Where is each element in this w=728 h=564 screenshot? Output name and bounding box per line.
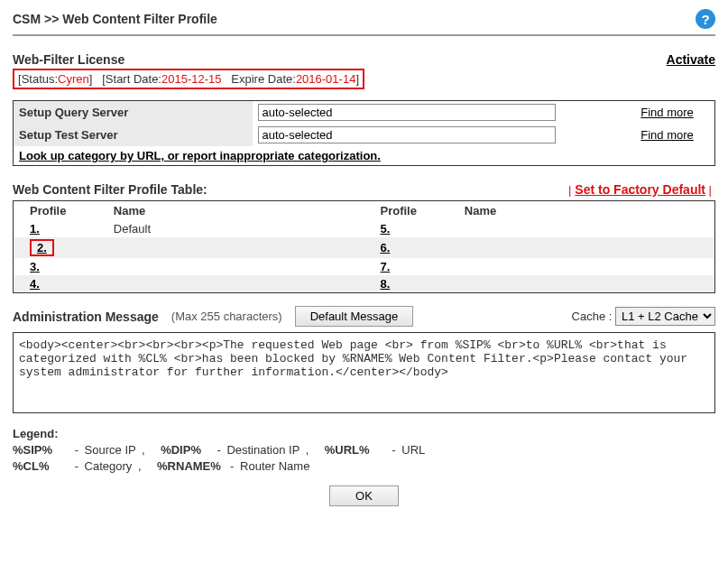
status-value: Cyren [58,72,89,86]
test-server-input[interactable] [258,126,556,143]
server-setup-table: Setup Query Server Find more Setup Test … [13,100,715,166]
activate-link[interactable]: Activate [667,52,715,67]
profile-link-3[interactable]: 3. [30,260,40,273]
legend-key-cl: %CL% [13,459,69,473]
status-label: Status: [22,72,58,86]
legend-key-url: %URL% [325,443,370,457]
profile-name-2 [97,237,364,258]
col-name-r: Name [448,201,715,221]
col-name-l: Name [97,201,364,221]
cache-select[interactable]: L1 + L2 Cache [615,307,715,326]
legend-desc-sip: Source IP [85,443,136,457]
profile-link-7[interactable]: 7. [380,260,390,273]
lookup-link[interactable]: Look up category by URL, or report inapp… [19,149,381,162]
profile-link-1[interactable]: 1. [30,222,40,236]
admin-title: Administration Message [13,310,159,324]
help-icon[interactable]: ? [696,9,715,29]
breadcrumb: CSM >> Web Content Filter Profile [13,12,217,26]
expire-label: Expire Date: [231,72,296,86]
profile-name-8 [448,275,715,293]
query-server-label: Setup Query Server [14,101,253,125]
profile-name-7 [448,258,715,275]
profile-name-6 [448,237,715,258]
profile-link-2[interactable]: 2. [37,241,47,254]
legend-desc-dip: Destination IP [226,443,299,457]
start-label: Start Date: [106,72,161,86]
query-server-input[interactable] [258,104,556,121]
default-message-button[interactable]: Default Message [295,306,414,327]
test-server-label: Setup Test Server [14,124,253,146]
profile-link-4[interactable]: 4. [30,277,40,291]
legend-key-sip: %SIP% [13,443,69,457]
find-more-query[interactable]: Find more [640,106,694,119]
ok-button[interactable]: OK [329,485,399,506]
legend-desc-rname: Router Name [240,459,309,473]
maxchars-label: (Max 255 characters) [171,310,282,323]
expire-date: 2016-01-14 [296,72,356,86]
profile-name-3 [97,258,364,275]
legend-key-rname: %RNAME% [157,459,221,473]
profile-link-6[interactable]: 6. [380,241,390,254]
start-date: 2015-12-15 [161,72,222,86]
col-profile-l: Profile [14,201,97,221]
cache-label: Cache : [572,310,613,323]
profile-link-8[interactable]: 8. [380,277,390,291]
legend-title: Legend: [13,427,715,440]
profile-name-4 [97,275,364,293]
profile-name-1: Default [97,220,364,237]
profile-name-5 [448,220,715,237]
profile-table: Profile Name Profile Name 1. Default 5. … [13,200,715,293]
find-more-test[interactable]: Find more [640,128,694,142]
col-profile-r: Profile [364,201,447,221]
profile-table-title: Web Content Filter Profile Table: [13,182,207,197]
license-status-box: [Status:Cyren] [Start Date:2015-12-15 Ex… [13,69,364,89]
license-title: Web-Filter License [13,52,124,67]
profile-link-5[interactable]: 5. [380,222,390,236]
legend-desc-cl: Category [85,459,133,473]
factory-reset-link[interactable]: Set to Factory Default [575,182,705,197]
admin-message-textarea[interactable] [13,332,715,413]
legend: Legend: %SIP% - Source IP , %DIP% - Dest… [13,427,715,473]
legend-key-dip: %DIP% [161,443,201,457]
legend-desc-url: URL [401,443,425,457]
factory-sep2: | [705,183,712,197]
factory-sep: | [568,183,571,197]
divider [13,34,715,36]
